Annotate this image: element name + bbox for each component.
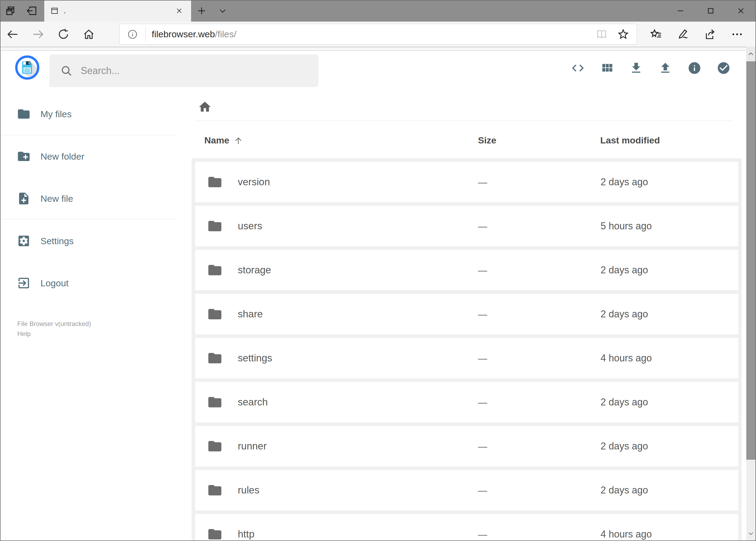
tab-list-dropdown-button[interactable] bbox=[212, 0, 233, 22]
file-name: settings bbox=[238, 338, 272, 378]
listing-row-runner[interactable]: runner — 2 days ago bbox=[195, 426, 738, 466]
listing-row-users[interactable]: users — 5 hours ago bbox=[195, 206, 738, 246]
tab-bar: . bbox=[0, 0, 756, 22]
sidebar-item-new-file[interactable]: New file bbox=[1, 188, 179, 209]
folder-icon bbox=[207, 350, 223, 366]
logout-icon bbox=[17, 276, 31, 290]
refresh-button[interactable] bbox=[51, 22, 76, 47]
file-size: — bbox=[478, 250, 487, 290]
sidebar-item-new-folder[interactable]: New folder bbox=[1, 146, 179, 167]
site-info-button[interactable] bbox=[120, 29, 145, 40]
folder-icon bbox=[207, 306, 223, 322]
help-link[interactable]: Help bbox=[17, 329, 91, 339]
toolbar-buttons bbox=[642, 22, 751, 47]
listing-row-http[interactable]: http — 4 hours ago bbox=[195, 514, 738, 541]
back-button[interactable] bbox=[0, 22, 25, 47]
file-size: — bbox=[478, 294, 487, 334]
sidebar-item-settings[interactable]: Settings bbox=[1, 230, 179, 252]
address-separator bbox=[145, 27, 146, 41]
browser-navbar: filebrowser.web/files/ bbox=[0, 22, 756, 47]
address-bar-actions bbox=[591, 25, 634, 44]
share-button[interactable] bbox=[697, 22, 724, 47]
url-domain: filebrowser.web bbox=[152, 29, 215, 39]
tabs-set-aside-icon bbox=[26, 5, 37, 16]
breadcrumb-home-button[interactable] bbox=[198, 100, 212, 114]
tab-close-button[interactable] bbox=[173, 5, 185, 17]
scroll-down-button[interactable] bbox=[746, 526, 755, 540]
annotate-button[interactable] bbox=[670, 22, 697, 47]
add-favorite-button[interactable] bbox=[613, 25, 634, 44]
sidebar-item-label: Logout bbox=[41, 278, 69, 288]
file-name: runner bbox=[238, 426, 267, 466]
forward-button[interactable] bbox=[25, 22, 51, 47]
browser-window: . bbox=[0, 0, 756, 541]
file-size: — bbox=[478, 382, 487, 422]
select-multiple-button[interactable] bbox=[717, 61, 731, 75]
listing-row-share[interactable]: share — 2 days ago bbox=[195, 294, 738, 334]
file-size: — bbox=[478, 426, 487, 466]
back-icon bbox=[6, 28, 19, 41]
select-multiple-icon bbox=[717, 61, 731, 75]
more-button[interactable] bbox=[724, 22, 751, 47]
file-modified: 4 hours ago bbox=[601, 514, 652, 541]
file-size: — bbox=[478, 470, 487, 510]
code-icon bbox=[571, 61, 585, 75]
close-window-button[interactable] bbox=[726, 0, 756, 22]
url-text[interactable]: filebrowser.web/files/ bbox=[152, 29, 591, 39]
new-file-icon bbox=[17, 192, 31, 206]
info-button[interactable] bbox=[687, 61, 701, 75]
maximize-button[interactable] bbox=[695, 0, 726, 22]
new-tab-button[interactable] bbox=[191, 0, 212, 22]
ellipsis-icon bbox=[731, 28, 744, 41]
file-size: — bbox=[478, 206, 487, 246]
download-icon bbox=[629, 61, 643, 75]
filebrowser-logo[interactable] bbox=[15, 55, 40, 80]
column-header-name[interactable]: Name bbox=[204, 135, 243, 146]
browser-tab[interactable]: . bbox=[44, 0, 191, 22]
folder-icon bbox=[207, 174, 223, 190]
sidebar-item-logout[interactable]: Logout bbox=[1, 272, 179, 294]
listing-row-search[interactable]: search — 2 days ago bbox=[195, 382, 738, 422]
file-size: — bbox=[478, 514, 487, 541]
folder-icon bbox=[207, 482, 223, 498]
home-button[interactable] bbox=[76, 22, 102, 47]
download-button[interactable] bbox=[629, 61, 643, 75]
column-header-size[interactable]: Size bbox=[478, 135, 496, 146]
file-modified: 5 hours ago bbox=[601, 206, 652, 246]
upload-button[interactable] bbox=[658, 61, 672, 75]
search-input[interactable] bbox=[80, 65, 303, 77]
listing-column-headers: Name Size Last modified bbox=[195, 135, 733, 150]
header-actions bbox=[571, 61, 731, 75]
page-scrollbar[interactable] bbox=[746, 47, 755, 540]
minimize-button[interactable] bbox=[665, 0, 695, 22]
sidebar-item-label: Settings bbox=[41, 236, 74, 246]
file-name: search bbox=[238, 382, 268, 422]
tabs-set-aside-button[interactable] bbox=[21, 0, 42, 22]
folder-icon bbox=[207, 218, 223, 234]
column-header-modified[interactable]: Last modified bbox=[600, 135, 660, 146]
refresh-icon bbox=[57, 28, 70, 41]
sidebar-item-label: New folder bbox=[41, 151, 85, 162]
listing-row-storage[interactable]: storage — 2 days ago bbox=[195, 250, 738, 290]
scroll-up-button[interactable] bbox=[746, 47, 755, 61]
listing-row-rules[interactable]: rules — 2 days ago bbox=[195, 470, 738, 510]
address-bar[interactable]: filebrowser.web/files/ bbox=[119, 24, 637, 45]
grid-view-button[interactable] bbox=[600, 61, 614, 75]
search-box[interactable] bbox=[49, 55, 319, 87]
file-name: storage bbox=[238, 250, 271, 290]
file-modified: 2 days ago bbox=[601, 250, 648, 290]
sidebar-item-my-files[interactable]: My files bbox=[1, 103, 179, 125]
new-folder-icon bbox=[17, 149, 31, 164]
sidebar-divider bbox=[1, 135, 177, 135]
tab-preview-button[interactable] bbox=[0, 0, 21, 22]
listing-row-settings[interactable]: settings — 4 hours ago bbox=[195, 338, 738, 378]
file-name: rules bbox=[238, 470, 259, 510]
chevron-up-icon bbox=[747, 51, 754, 58]
sidebar-footer: File Browser v(untracked) Help bbox=[17, 319, 91, 339]
listing-row-version[interactable]: version — 2 days ago bbox=[195, 162, 738, 202]
shell-button[interactable] bbox=[571, 61, 585, 75]
reading-view-button[interactable] bbox=[591, 25, 613, 44]
scrollbar-thumb[interactable] bbox=[746, 61, 755, 460]
tab-title: . bbox=[64, 7, 173, 15]
favorites-hub-button[interactable] bbox=[642, 22, 670, 47]
